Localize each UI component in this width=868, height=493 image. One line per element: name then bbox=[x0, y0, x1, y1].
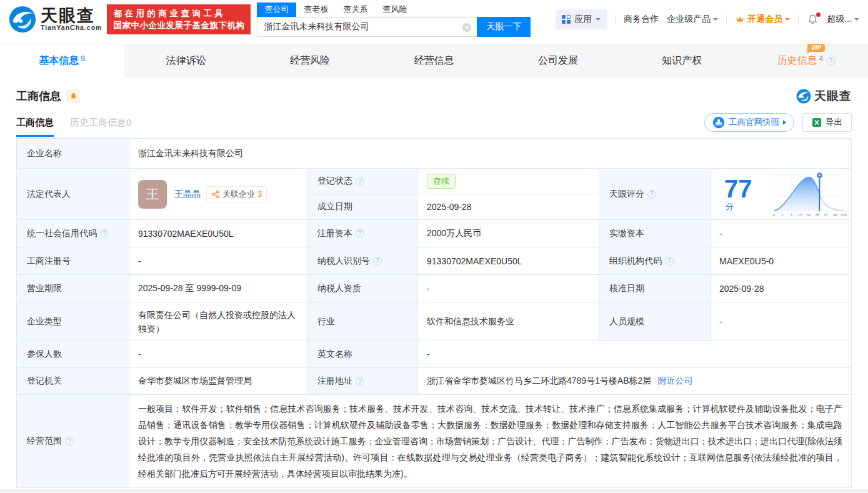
help-icon[interactable]: ? bbox=[826, 57, 835, 66]
promo-line-2: 国家中小企业发展子基金旗下机构 bbox=[113, 19, 244, 31]
tab-label: 法律诉讼 bbox=[166, 54, 206, 67]
help-icon[interactable]: ? bbox=[665, 257, 674, 266]
menu-label: 超级... bbox=[827, 14, 852, 25]
related-label: 关联企业 bbox=[222, 189, 255, 200]
brand-name: 天眼查 bbox=[41, 7, 102, 24]
tab-operational-risk[interactable]: 经营风险 bbox=[248, 44, 372, 77]
tab-legal-proceedings[interactable]: 法律诉讼 bbox=[124, 44, 247, 77]
notification-bell-icon[interactable] bbox=[807, 14, 819, 26]
subtab-history-business-info[interactable]: 历史工商信息0 bbox=[70, 108, 131, 137]
help-icon[interactable]: ? bbox=[373, 257, 382, 266]
menu-business-cooperation[interactable]: 商务合作 bbox=[624, 14, 659, 25]
table-row: 企业名称 浙江金讯未来科技有限公司 bbox=[17, 139, 851, 169]
score-axis-tick: 1 bbox=[781, 213, 784, 217]
reg-address-label-cell: 注册地址 ? bbox=[307, 368, 418, 394]
company-name-value: 浙江金讯未来科技有限公司 bbox=[129, 139, 851, 168]
nearby-companies-link[interactable]: 附近公司 bbox=[657, 376, 692, 387]
search-area: 查公司 查老板 查关系 查风险 天眼一下 bbox=[257, 2, 531, 37]
score-axis-tick: 0 bbox=[772, 213, 775, 217]
table-row: 参保人数 - 英文名称 - bbox=[17, 341, 851, 368]
table-row: 经营范围 ? 一般项目：软件开发；软件销售；信息技术咨询服务；技术服务、技术开发… bbox=[17, 395, 851, 487]
menu-enterprise-products[interactable]: 企业级产品 bbox=[667, 14, 718, 25]
tab-intellectual-property[interactable]: 知识产权 bbox=[620, 44, 744, 77]
menu-super-vip[interactable]: 超级... bbox=[827, 14, 859, 25]
tab-basic-info[interactable]: 基本信息9 bbox=[0, 44, 124, 77]
insured-count-value: - bbox=[129, 341, 307, 367]
business-term-label: 营业期限 bbox=[17, 275, 129, 302]
tab-count: 9 bbox=[81, 54, 85, 63]
search-tab-company[interactable]: 查公司 bbox=[257, 2, 296, 17]
top-menu: 应用 商务合作 企业级产品 开通会员 超级... bbox=[556, 9, 859, 29]
menu-open-vip[interactable]: 开通会员 bbox=[735, 14, 790, 25]
apps-grid-icon bbox=[562, 15, 571, 24]
industry-value: 软件和信息技术服务业 bbox=[418, 302, 599, 341]
network-icon bbox=[211, 190, 220, 199]
business-scope-label-cell: 经营范围 ? bbox=[17, 395, 129, 487]
export-button[interactable]: 导出 bbox=[802, 113, 852, 132]
search-tab-relation[interactable]: 查关系 bbox=[336, 2, 375, 17]
snapshot-label: 工商官网快照 bbox=[729, 117, 779, 128]
reg-status-value: 存续 bbox=[418, 169, 599, 194]
help-icon[interactable]: ? bbox=[356, 177, 364, 186]
registry-authority-label: 登记机关 bbox=[17, 368, 129, 394]
tab-count: 4 bbox=[819, 54, 823, 63]
tab-label: 基本信息 bbox=[39, 54, 79, 67]
taxpayer-quality-value: - bbox=[418, 275, 599, 302]
taxpayer-id-value: 91330702MAEXE0U50L bbox=[418, 247, 599, 274]
subscribe-bell-icon[interactable] bbox=[66, 89, 80, 103]
chevron-down-icon bbox=[596, 18, 601, 23]
menu-label: 开通会员 bbox=[747, 14, 782, 25]
reg-address-value: 浙江省金华市婺城区竹马乡二环北路4789号1号楼AB栋2层 bbox=[427, 376, 651, 387]
org-code-label-cell: 组织机构代码 ? bbox=[599, 247, 711, 274]
search-input[interactable] bbox=[257, 17, 477, 36]
table-row: 工商注册号 - 纳税人识别号 ? 91330702MAEXE0U50L 组织机构… bbox=[17, 247, 851, 275]
tab-company-development[interactable]: 公司发展 bbox=[496, 44, 620, 77]
score-unit: 分 bbox=[726, 202, 734, 211]
legal-rep-name-link[interactable]: 王晶晶 bbox=[174, 189, 201, 200]
help-icon[interactable]: ? bbox=[65, 437, 74, 446]
related-companies-badge[interactable]: 关联企业 3 bbox=[206, 186, 267, 202]
help-icon[interactable]: ? bbox=[356, 229, 364, 238]
promo-banner: 都在用的商业查询工具 国家中小企业发展子基金旗下机构 bbox=[107, 4, 251, 34]
field-label: 组织机构代码 bbox=[609, 256, 662, 267]
business-info-table: 企业名称 浙江金讯未来科技有限公司 法定代表人 王 王晶晶 关联企业 3 登记状… bbox=[16, 138, 852, 488]
score-axis-tick: 50 bbox=[807, 213, 811, 217]
clear-icon[interactable] bbox=[462, 22, 472, 32]
tianyancha-logo-icon bbox=[796, 89, 811, 104]
score-axis-tick: 3 bbox=[790, 213, 792, 217]
approval-date-value: 2025-09-28 bbox=[711, 275, 851, 302]
table-row: 法定代表人 王 王晶晶 关联企业 3 登记状态 ? 存续 成立日期 bbox=[17, 169, 851, 220]
top-header: 天眼查 TianYanCha.com 都在用的商业查询工具 国家中小企业发展子基… bbox=[0, 0, 868, 39]
subtab-label: 工商信息 bbox=[16, 117, 54, 129]
org-code-value: MAEXE0U5-0 bbox=[711, 247, 851, 274]
legal-rep-label: 法定代表人 bbox=[17, 169, 129, 219]
score-axis-tick: 99 bbox=[832, 213, 837, 217]
tab-label: 经营信息 bbox=[414, 54, 454, 67]
establish-date-label: 成立日期 bbox=[307, 194, 418, 219]
official-snapshot-button[interactable]: 工商官网快照 bbox=[704, 113, 794, 132]
tab-label: 公司发展 bbox=[538, 54, 578, 67]
tianyancha-logo[interactable]: 天眼查 TianYanCha.com bbox=[9, 6, 102, 33]
search-tab-boss[interactable]: 查老板 bbox=[296, 2, 336, 17]
reg-address-value-cell: 浙江省金华市婺城区竹马乡二环北路4789号1号楼AB栋2层 附近公司 bbox=[418, 368, 851, 394]
field-label: 统一社会信用代码 bbox=[27, 228, 97, 239]
search-button[interactable]: 天眼一下 bbox=[477, 17, 531, 37]
search-tabs: 查公司 查老板 查关系 查风险 bbox=[257, 2, 531, 17]
status-badge: 存续 bbox=[427, 174, 456, 189]
legal-rep-avatar[interactable]: 王 bbox=[138, 180, 167, 209]
tab-label: 知识产权 bbox=[662, 54, 702, 67]
apps-menu-button[interactable]: 应用 bbox=[556, 9, 607, 29]
reg-capital-value: 2000万人民币 bbox=[418, 220, 599, 247]
help-icon[interactable]: ? bbox=[647, 190, 656, 199]
table-row: 营业期限 2025-09-28 至 9999-09-09 纳税人资质 - 核准日… bbox=[17, 275, 851, 302]
search-tab-label: 查风险 bbox=[382, 4, 407, 15]
help-icon[interactable]: ? bbox=[356, 377, 364, 386]
subtab-business-info[interactable]: 工商信息 bbox=[16, 108, 54, 137]
tab-business-operations[interactable]: 经营信息 bbox=[372, 44, 496, 77]
excel-icon bbox=[812, 117, 822, 127]
search-tab-risk[interactable]: 查风险 bbox=[375, 2, 414, 17]
tab-history-info[interactable]: VIP 历史信息 4 ? bbox=[744, 44, 868, 77]
apps-menu-label: 应用 bbox=[574, 14, 592, 25]
help-icon[interactable]: ? bbox=[100, 229, 109, 238]
company-type-label: 企业类型 bbox=[17, 302, 129, 341]
